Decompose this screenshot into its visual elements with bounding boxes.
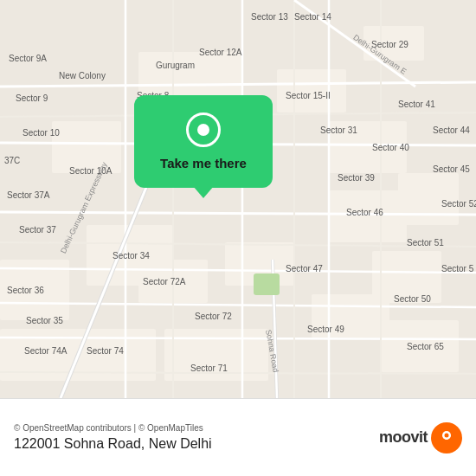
svg-rect-39 xyxy=(254,273,280,295)
svg-point-41 xyxy=(445,433,449,437)
map-label: Sector 9A xyxy=(9,54,47,63)
address-text: 122001 Sohna Road, New Delhi xyxy=(14,436,370,452)
map-label: Sector 44 xyxy=(433,125,470,135)
moovit-logo: moovit xyxy=(379,422,462,453)
map-label: Sector 47 xyxy=(286,264,323,273)
map-label: Sector 74A xyxy=(24,346,67,356)
map-label: Sohna Road xyxy=(264,329,280,373)
svg-line-24 xyxy=(0,268,476,273)
svg-rect-15 xyxy=(381,320,459,372)
map-label: Sector 41 xyxy=(398,100,435,109)
map-label: Sector 14 xyxy=(294,12,331,22)
map-label: Sector 39 xyxy=(338,173,375,183)
map-label: Sector 13 xyxy=(251,12,288,22)
svg-rect-16 xyxy=(138,260,208,303)
map-label: Sector 31 xyxy=(320,125,357,135)
popup-label: Take me there xyxy=(160,156,247,170)
map-label: Sector 12A xyxy=(199,48,241,57)
svg-rect-8 xyxy=(87,225,173,286)
map-container: Sector 9ANew ColonyGurugramSector 12ASec… xyxy=(0,0,476,398)
svg-rect-6 xyxy=(363,26,424,61)
svg-rect-9 xyxy=(329,190,407,242)
svg-rect-10 xyxy=(372,251,441,303)
map-label: Sector 37A xyxy=(7,190,49,200)
map-label: Sector 46 xyxy=(346,208,383,217)
location-pin xyxy=(186,113,221,147)
map-label: Sector 50 xyxy=(394,294,431,304)
svg-rect-12 xyxy=(0,260,69,320)
svg-rect-2 xyxy=(0,0,476,398)
svg-rect-5 xyxy=(329,121,407,173)
svg-line-19 xyxy=(0,82,476,87)
map-label: Sector 72 xyxy=(195,312,232,321)
map-label: 37C xyxy=(4,156,20,165)
svg-rect-4 xyxy=(277,69,346,113)
map-label: Sector 9 xyxy=(16,93,48,103)
map-label: Sector 40 xyxy=(372,143,409,152)
svg-rect-18 xyxy=(398,173,459,225)
map-label: Sector 49 xyxy=(307,325,344,334)
map-label: Sector 51 xyxy=(407,238,444,248)
svg-line-23 xyxy=(0,242,476,247)
map-label: Sector 10A xyxy=(69,166,112,176)
map-label: Delhi-Gurugram Expressway xyxy=(59,161,109,254)
svg-rect-0 xyxy=(0,0,476,398)
map-label: Sector 36 xyxy=(7,286,44,295)
pin-center xyxy=(197,124,209,136)
map-label: Sector 34 xyxy=(113,251,150,261)
map-label: Sector 72A xyxy=(143,277,185,286)
svg-rect-17 xyxy=(225,242,294,286)
map-label: Sector 45 xyxy=(433,164,470,174)
svg-line-37 xyxy=(273,260,277,398)
map-label: Gurugram xyxy=(156,61,195,70)
map-label: Sector 29 xyxy=(371,40,408,49)
map-label: Delhi-Gurugram E xyxy=(351,33,408,76)
map-label: New Colony xyxy=(59,71,106,80)
svg-rect-1 xyxy=(255,275,280,294)
svg-line-27 xyxy=(0,372,476,374)
map-label: Sector 5 xyxy=(441,264,473,273)
map-label: Sector 71 xyxy=(190,363,228,373)
info-text: © OpenStreetMap contributors | © OpenMap… xyxy=(14,423,370,452)
svg-rect-11 xyxy=(312,294,389,338)
map-label: Sector 10 xyxy=(23,128,60,138)
moovit-text: moovit xyxy=(379,428,428,447)
map-label: Sector 37 xyxy=(19,225,56,235)
map-popup[interactable]: Take me there xyxy=(134,95,273,188)
info-bar: © OpenStreetMap contributors | © OpenMap… xyxy=(0,398,476,476)
attribution-text: © OpenStreetMap contributors | © OpenMap… xyxy=(14,423,370,433)
map-label: Sector 15-II xyxy=(286,91,331,100)
svg-line-36 xyxy=(294,0,415,87)
svg-line-26 xyxy=(0,338,476,339)
map-label: Sector 52 xyxy=(441,199,476,209)
map-label: Sector 74 xyxy=(87,346,124,356)
map-label: Sector 35 xyxy=(26,316,63,325)
svg-rect-14 xyxy=(164,329,268,381)
svg-rect-7 xyxy=(52,121,121,173)
svg-line-25 xyxy=(0,303,476,307)
svg-rect-13 xyxy=(0,329,156,381)
map-label: Sector 65 xyxy=(407,342,444,351)
road-network xyxy=(0,0,476,398)
svg-line-22 xyxy=(0,212,476,215)
svg-line-38 xyxy=(273,260,277,398)
moovit-icon xyxy=(431,422,462,453)
